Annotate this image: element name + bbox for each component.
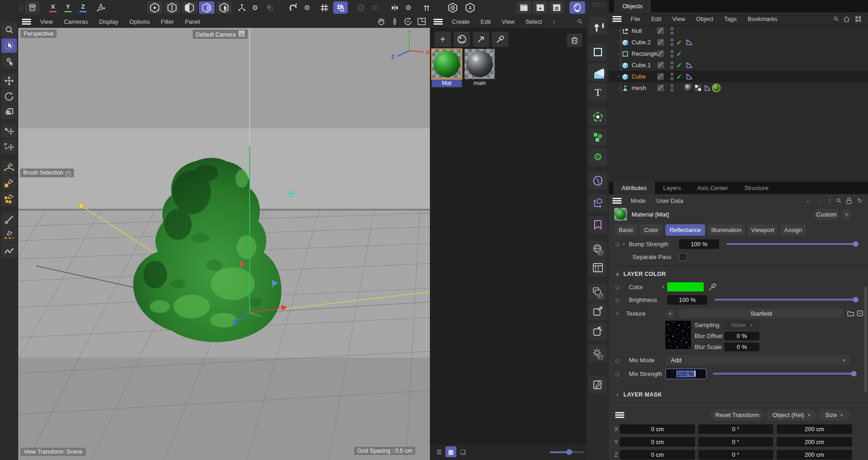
add-material-button[interactable]: + (434, 32, 451, 47)
expand-icon[interactable]: › (621, 241, 627, 247)
snap-move-tool-icon[interactable] (1, 124, 17, 138)
layer-toggle-icon[interactable] (657, 85, 664, 91)
mograph-cloner-icon[interactable] (589, 108, 607, 126)
material-thumbnail-main[interactable] (466, 51, 493, 77)
menu-view[interactable]: View (35, 15, 58, 28)
render-picture-viewer-icon[interactable] (533, 1, 548, 14)
mix-strength-input[interactable]: 100 % (665, 369, 706, 379)
object-name[interactable]: Cube.1 (632, 62, 651, 69)
preset-dropdown-icon[interactable]: ▾ (842, 209, 851, 220)
history-forward-icon[interactable]: → (817, 197, 823, 204)
objects-menu-bookmarks[interactable]: Bookmarks (742, 12, 783, 25)
object-name[interactable]: Cube.2 (632, 39, 651, 46)
interactive-render-region-icon[interactable] (570, 1, 585, 14)
position-y-value[interactable]: 0 cm (620, 437, 695, 447)
material-tab-assign[interactable]: Assign (780, 224, 806, 236)
go-up-icon[interactable]: ↑ (828, 197, 831, 204)
mix-mode-dropdown[interactable]: Add ▾ (665, 355, 850, 365)
size-y-value[interactable]: 200 cm (777, 437, 852, 447)
visibility-dots-icon[interactable] (670, 27, 674, 35)
rectangle-spline-icon[interactable] (589, 43, 607, 61)
object-row-cube2[interactable]: Cube.2 ✓ (609, 37, 868, 48)
materials-menu-select[interactable]: Select (520, 15, 547, 28)
camera-label[interactable]: Default Camera (193, 30, 248, 39)
layer-toggle-icon[interactable] (657, 62, 664, 69)
transform-menu-hamburger-icon[interactable] (615, 412, 624, 418)
cube-primitive-icon[interactable] (589, 63, 607, 81)
keyframe-diamond-icon[interactable]: ◇ (614, 284, 621, 291)
toolbar-grip-right[interactable] (592, 3, 605, 6)
materials-menu-more-icon[interactable]: › (548, 15, 560, 28)
object-name[interactable]: Rectangle (632, 50, 659, 57)
toolbar-grip[interactable] (19, 4, 23, 12)
texture-name-button[interactable]: Starfield (678, 308, 844, 318)
material-thumbnail-mat[interactable] (434, 51, 460, 77)
rotation-x-value[interactable]: 0 ° (698, 424, 773, 434)
texture-expand-icon[interactable]: › (614, 310, 621, 317)
polygons-mode-icon[interactable] (182, 1, 197, 14)
thumbnail-size-slider[interactable] (550, 451, 585, 453)
load-material-icon[interactable] (473, 32, 489, 47)
separate-pass-checkbox[interactable] (679, 253, 687, 261)
size-x-value[interactable]: 200 cm (777, 424, 852, 434)
keyframe-diamond-icon[interactable]: ◇ (614, 370, 621, 377)
mix-strength-slider[interactable] (713, 373, 854, 375)
object-name[interactable]: Cube (632, 73, 646, 80)
scale-tool-icon[interactable] (1, 105, 17, 119)
material-tab-color[interactable]: Color (640, 224, 663, 236)
layer-toggle-icon[interactable] (657, 39, 664, 46)
enable-check-icon[interactable]: ✓ (676, 61, 682, 69)
material-tab-viewport[interactable]: Viewport (748, 224, 778, 236)
zoom-tool-icon[interactable] (1, 23, 17, 37)
globe-st-icon[interactable]: ST (589, 241, 607, 258)
measure-tool-icon[interactable] (1, 212, 17, 227)
content-browser-icon[interactable] (25, 1, 40, 14)
material-tab-reflectance[interactable]: Reflectance (665, 224, 705, 236)
layer-toggle-icon[interactable] (657, 73, 664, 80)
keyframe-diamond-icon[interactable]: ◇ (614, 357, 621, 364)
lock-y-axis-button[interactable]: Y (62, 1, 74, 14)
attributes-menu-hamburger-icon[interactable] (612, 198, 622, 204)
starfield-texture-thumbnail[interactable] (665, 321, 691, 349)
blur-offset-value[interactable]: 0 % (724, 332, 759, 340)
material-tag-mat-icon[interactable] (713, 85, 720, 91)
coordinates-manager-icon[interactable] (589, 17, 607, 34)
pen-cubes-tool-icon[interactable] (1, 191, 17, 206)
texture-slot-icon[interactable] (857, 310, 863, 317)
move-tool-icon[interactable] (1, 74, 17, 88)
objects-menu-tags[interactable]: Tags (719, 12, 742, 25)
objects-menu-file[interactable]: File (625, 12, 646, 25)
brightness-slider[interactable] (715, 299, 856, 301)
model-mode-icon[interactable] (199, 1, 214, 14)
objects-menu-edit[interactable]: Edit (646, 12, 667, 25)
sketch-tool-icon[interactable] (1, 243, 17, 258)
render-view-icon[interactable] (517, 1, 531, 14)
attributes-menu-user-data[interactable]: User Data (651, 194, 689, 207)
objects-menu-object[interactable]: Object (690, 12, 719, 25)
view-label[interactable]: Perspective (21, 30, 57, 38)
object-row-cube1[interactable]: Cube.1 ✓ (609, 59, 868, 71)
enable-check-icon[interactable]: ✓ (676, 38, 682, 47)
lock-z-axis-button[interactable]: Z (77, 1, 89, 14)
rotate-view-icon[interactable] (403, 17, 413, 26)
symmetry-gear-icon[interactable]: ⚙ (403, 1, 414, 14)
material-name-main[interactable]: main (465, 79, 495, 87)
edges-mode-icon[interactable] (164, 1, 180, 14)
banner-tag-icon[interactable] (589, 216, 607, 233)
toggle-panels-icon[interactable] (417, 17, 426, 26)
menu-panel[interactable]: Panel (179, 15, 205, 28)
materials-menu-hamburger-icon[interactable] (434, 19, 443, 25)
volume-builder-icon[interactable] (589, 172, 607, 190)
object-name[interactable]: Null (632, 27, 642, 34)
points-mode-icon[interactable] (147, 1, 162, 14)
effector-gear-icon[interactable]: ⚙ (589, 148, 607, 166)
object-row-rectangle[interactable]: Rectangle ✓ (609, 48, 868, 59)
viewport-menu-hamburger-icon[interactable] (22, 19, 31, 25)
keyframe-diamond-icon[interactable]: ◇ (614, 241, 621, 248)
menu-display[interactable]: Display (94, 15, 124, 28)
texture-tag-icon[interactable] (685, 84, 692, 92)
texture-type-dropdown-icon[interactable]: ▾ (665, 309, 675, 318)
object-row-mesh[interactable]: mesh (609, 82, 868, 94)
size-z-value[interactable]: 200 cm (777, 450, 852, 460)
attributes-menu-mode[interactable]: Mode (625, 194, 651, 207)
